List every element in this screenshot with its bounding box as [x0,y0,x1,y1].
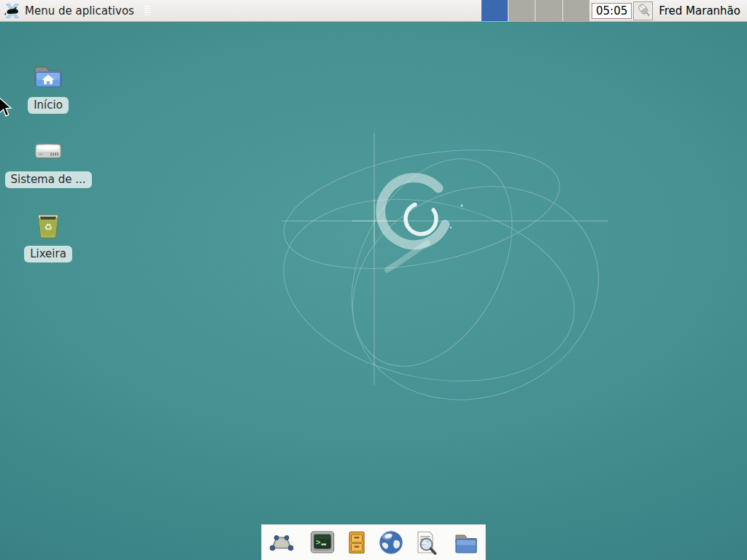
svg-text:♻: ♻ [44,222,53,233]
desktop-area[interactable]: Início Sistema de ... [0,22,747,560]
launcher-dock: > [261,524,486,560]
xfce-mouse-logo-icon [4,3,20,19]
applications-menu-button[interactable]: Menu de aplicativos [0,0,156,21]
applications-menu-label: Menu de aplicativos [25,4,134,18]
clock-time: 05:05 [596,4,627,18]
file-manager-launcher[interactable] [452,529,480,556]
workspace-switcher [481,0,589,21]
file-cabinet-icon [343,529,371,556]
desktop-icon-trash[interactable]: ♻ Lixeira [6,210,90,262]
show-desktop-button[interactable] [268,529,295,556]
debian-xfce-desktop: Menu de aplicativos 05:05 [0,0,747,560]
svg-text:>: > [316,537,321,547]
panel-grip-handle[interactable] [143,4,152,17]
home-folder-icon [33,61,63,93]
terminal-launcher[interactable]: > [309,529,336,556]
desktop-icon-label: Lixeira [24,246,72,262]
desktop-icon-label: Sistema de ... [5,171,92,188]
desktop-icon-label: Início [28,97,69,114]
workspace-3[interactable] [535,0,562,21]
top-panel: Menu de aplicativos 05:05 [0,0,747,22]
terminal-icon: > [309,529,336,556]
debian-wallpaper-art [0,22,747,560]
clock[interactable]: 05:05 [592,3,632,19]
mouse-device-icon [636,2,651,20]
workspace-4[interactable] [563,0,589,21]
document-search-icon [411,529,439,556]
user-actions-button[interactable] [633,1,653,20]
trash-icon: ♻ [33,210,63,242]
web-browser-launcher[interactable] [377,529,405,556]
file-manager-folder-icon [452,529,480,556]
workspace-2[interactable] [508,0,535,21]
show-desktop-icon [268,529,295,556]
logged-in-user-name[interactable]: Fred Maranhão [654,4,747,18]
file-cabinet-launcher[interactable] [343,529,371,556]
workspace-1[interactable] [481,0,508,21]
document-search-launcher[interactable] [411,529,439,556]
desktop-icon-filesystem[interactable]: Sistema de ... [6,136,90,188]
web-browser-globe-icon [377,529,405,556]
filesystem-drive-icon [33,136,63,168]
desktop-icon-home[interactable]: Início [6,61,90,114]
